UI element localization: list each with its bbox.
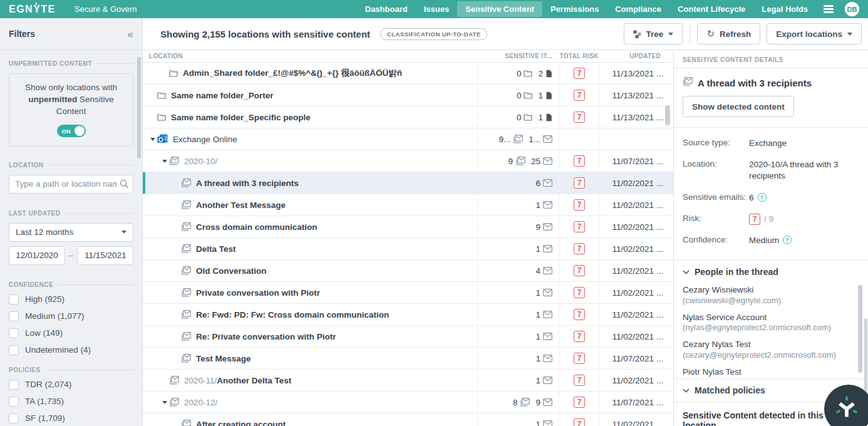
- confidence-filter-option[interactable]: Low (149): [9, 328, 133, 338]
- confidence-filter-option[interactable]: Undetermined (4): [9, 345, 133, 355]
- checkbox[interactable]: [9, 413, 19, 423]
- field-label: Location:: [683, 159, 749, 182]
- help-icon[interactable]: ?: [783, 236, 792, 244]
- location-name: Old Conversation: [196, 266, 267, 276]
- table-row[interactable]: Old Conversation4711/02/2021 ...: [143, 260, 673, 282]
- confidence-filter-option[interactable]: High (925): [9, 294, 133, 304]
- expand-caret-icon[interactable]: [162, 401, 167, 404]
- total-risk-cell: [559, 128, 599, 150]
- updated-cell: 11/02/2021 ...: [599, 172, 673, 194]
- folder-icon: [524, 113, 532, 121]
- hamburger-menu-icon[interactable]: [824, 5, 834, 13]
- table-row[interactable]: After creating account1711/02/2021 ...: [143, 413, 673, 426]
- checkbox-label: TA (1,735): [25, 397, 64, 406]
- table-row[interactable]: Same name folder_Porter01711/13/2021 ...: [143, 85, 673, 106]
- expand-caret-icon[interactable]: [150, 138, 155, 141]
- sensitive-items-cell: 9: [477, 216, 559, 237]
- table-row[interactable]: Same name folder_Specific people01711/13…: [143, 106, 673, 128]
- sensitive-items-cell: 01: [477, 85, 559, 106]
- refresh-button[interactable]: ↻ Refresh: [697, 23, 760, 44]
- expand-caret-icon[interactable]: [162, 160, 167, 163]
- table-row[interactable]: Test Message1711/07/2021 ...: [143, 348, 673, 370]
- confidence-filter-option[interactable]: Medium (1,077): [9, 311, 133, 321]
- export-locations-button[interactable]: Export locations: [767, 23, 862, 44]
- sensitive-emails-field: Sensitive emails: 6?: [683, 192, 859, 204]
- show-detected-content-button[interactable]: Show detected content: [683, 96, 794, 117]
- envelope-icon: [543, 333, 552, 340]
- item-count: 25: [531, 157, 540, 166]
- nav-item-dashboard[interactable]: Dashboard: [357, 1, 416, 17]
- updated-cell: 11/02/2021 ...: [599, 282, 673, 303]
- unpermitted-toggle[interactable]: ON: [57, 125, 86, 137]
- last-updated-select[interactable]: Last 12 months: [9, 223, 133, 242]
- date-to-input[interactable]: [77, 246, 133, 265]
- table-row[interactable]: 2020-12/89711/07/2021 ...: [143, 392, 673, 413]
- table-row[interactable]: Delta Test1711/02/2021 ...: [143, 238, 673, 260]
- people-list-scrollbar[interactable]: [858, 285, 862, 373]
- table-row[interactable]: Exchange Online9...1...: [143, 128, 673, 150]
- policies-filter-option[interactable]: TA (1,735): [9, 397, 133, 407]
- table-row[interactable]: Private conversation with Piotr1711/02/2…: [143, 282, 673, 304]
- location-name: Admin_Shared folder_£!@#$%^&()_+{} 很äöüß…: [183, 68, 402, 79]
- table-row[interactable]: A thread with 3 recipients6711/02/2021 .…: [143, 172, 673, 194]
- person-name: Piotr Nylas Test: [683, 366, 849, 378]
- policies-filter-option[interactable]: SF (1,709): [9, 413, 133, 423]
- user-avatar[interactable]: DB: [845, 2, 859, 16]
- table-scrollbar[interactable]: [665, 105, 670, 125]
- checkbox-label: Low (149): [25, 328, 63, 338]
- policies-filter-option[interactable]: TDR (2,074): [9, 380, 133, 390]
- column-header-total-risk[interactable]: TOTAL RISK: [559, 53, 599, 60]
- table-row[interactable]: Re: Fwd: PD: Fw: Cross domain communicat…: [143, 304, 673, 326]
- checkbox[interactable]: [9, 294, 19, 304]
- details-title: A thread with 3 recipients: [698, 78, 812, 88]
- date-from-input[interactable]: [9, 246, 65, 265]
- table-row[interactable]: Re: Private conversation with Piotr1711/…: [143, 326, 673, 348]
- top-nav-items: DashboardIssuesSensitive ContentPermissi…: [357, 1, 816, 17]
- nav-item-sensitive-content[interactable]: Sensitive Content: [457, 1, 542, 17]
- checkbox[interactable]: [9, 397, 19, 407]
- sensitive-items-cell: 9...1...: [477, 128, 559, 150]
- table-row[interactable]: Cross domain communication9711/02/2021 .…: [143, 216, 673, 238]
- table-row[interactable]: 2020-10/925711/07/2021 ...: [143, 150, 673, 172]
- checkbox[interactable]: [9, 345, 19, 355]
- nav-item-content-lifecycle[interactable]: Content Lifecycle: [669, 1, 753, 17]
- table-row[interactable]: Another Test Message1711/02/2021 ...: [143, 194, 673, 216]
- column-header-location[interactable]: LOCATION: [143, 53, 477, 60]
- location-search-input[interactable]: [9, 175, 133, 194]
- date-range-separator: –: [69, 251, 73, 260]
- updated-cell: [599, 128, 673, 150]
- column-header-updated[interactable]: UPDATED: [599, 53, 673, 60]
- people-in-thread-section-toggle[interactable]: People in the thread: [674, 260, 868, 283]
- unpermitted-text-bold: unpermitted: [28, 95, 77, 104]
- collapse-sidebar-icon[interactable]: «: [128, 29, 133, 39]
- item-count: 1: [535, 244, 540, 254]
- checkbox[interactable]: [9, 328, 19, 338]
- sidebar-scrollbar[interactable]: [137, 57, 141, 158]
- item-count: 9...: [499, 135, 510, 144]
- nav-item-compliance[interactable]: Compliance: [607, 1, 669, 17]
- source-type-field: Source type: Exchange: [683, 138, 859, 149]
- egnyte-mark-icon: [832, 393, 861, 422]
- nav-item-permissions[interactable]: Permissions: [542, 1, 607, 17]
- item-count: 1: [535, 376, 540, 385]
- risk-badge: 7: [574, 331, 585, 342]
- item-count: 9: [535, 222, 540, 232]
- risk-field: Risk: 7/ 9: [683, 214, 859, 225]
- field-value: 6: [749, 192, 754, 204]
- item-count: 1: [535, 420, 540, 426]
- total-risk-cell: 7: [559, 63, 599, 84]
- filters-sidebar: Filters « UNPERMITTED CONTENT Show only …: [0, 18, 143, 426]
- nav-item-legal-holds[interactable]: Legal Holds: [753, 1, 816, 17]
- confidence-filter-group: High (925)Medium (1,077)Low (149)Undeter…: [9, 294, 133, 355]
- classification-badge: CLASSIFICATION UP-TO-DATE: [380, 28, 487, 40]
- egnyte-logo[interactable]: EGNYTE: [9, 4, 56, 15]
- table-row[interactable]: 2020-11/Another Delta Test1711/02/2021 .…: [143, 370, 673, 392]
- checkbox[interactable]: [9, 380, 19, 390]
- tree-view-button[interactable]: Tree: [624, 23, 683, 44]
- column-header-sensitive-items[interactable]: SENSITIVE IT...: [477, 53, 559, 60]
- table-row[interactable]: Admin_Shared folder_£!@#$%^&()_+{} 很äöüß…: [143, 63, 673, 85]
- checkbox[interactable]: [9, 311, 19, 321]
- nav-item-issues[interactable]: Issues: [416, 1, 457, 17]
- help-icon[interactable]: ?: [758, 193, 767, 202]
- item-count: 9: [508, 157, 513, 166]
